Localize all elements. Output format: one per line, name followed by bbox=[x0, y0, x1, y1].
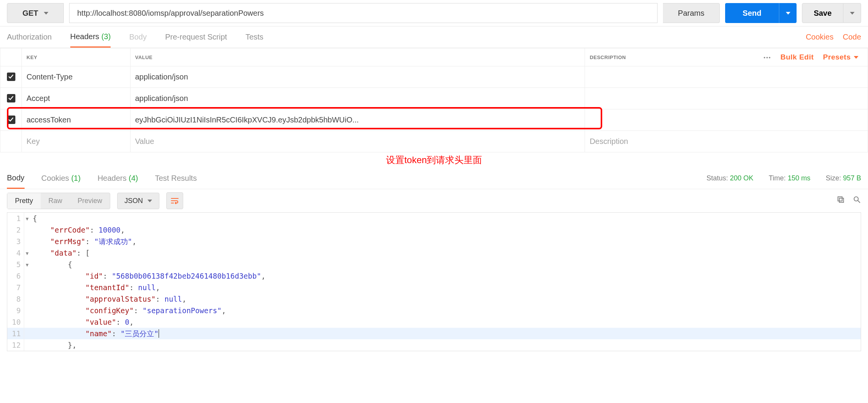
header-key-cell[interactable]: accessToken bbox=[22, 109, 131, 131]
code-link[interactable]: Code bbox=[843, 33, 861, 41]
checkbox[interactable] bbox=[7, 116, 15, 124]
caret-down-icon bbox=[850, 12, 855, 15]
caret-down-icon bbox=[44, 12, 48, 15]
header-desc-input[interactable]: Description bbox=[585, 131, 868, 152]
wrap-lines-button[interactable] bbox=[166, 192, 183, 209]
tab-resp-headers[interactable]: Headers (4) bbox=[98, 168, 138, 188]
view-mode-segment: Pretty Raw Preview bbox=[7, 193, 110, 209]
response-body-viewer[interactable]: 1▾{ 2 "errCode": 10000, 3 "errMsg": "请求成… bbox=[7, 212, 861, 351]
col-key: KEY bbox=[22, 48, 131, 66]
copy-icon[interactable] bbox=[837, 195, 845, 206]
view-pretty[interactable]: Pretty bbox=[7, 193, 41, 209]
tab-body[interactable]: Body bbox=[129, 27, 147, 47]
header-value-cell[interactable]: eyJhbGciOiJIUzI1NiIsInR5cCI6IkpXVCJ9.eyJ… bbox=[130, 109, 585, 131]
header-value-cell[interactable]: application/json bbox=[130, 88, 585, 109]
header-key-input[interactable]: Key bbox=[22, 131, 131, 152]
col-desc: DESCRIPTION ••• Bulk Edit Presets bbox=[585, 48, 868, 66]
svg-line-3 bbox=[858, 201, 860, 203]
response-meta: Status: 200 OK Time: 150 ms Size: 957 B bbox=[706, 174, 861, 182]
view-preview[interactable]: Preview bbox=[70, 193, 110, 209]
table-row: accessToken eyJhbGciOiJIUzI1NiIsInR5cCI6… bbox=[0, 109, 868, 131]
col-value: VALUE bbox=[130, 48, 585, 66]
header-desc-cell[interactable] bbox=[585, 88, 868, 109]
checkbox[interactable] bbox=[7, 94, 15, 102]
save-button[interactable]: Save bbox=[802, 3, 843, 23]
format-dropdown[interactable]: JSON bbox=[117, 193, 159, 209]
tab-authorization[interactable]: Authorization bbox=[7, 27, 52, 47]
header-desc-cell[interactable] bbox=[585, 109, 868, 131]
tab-prerequest[interactable]: Pre-request Script bbox=[165, 27, 227, 47]
presets-dropdown[interactable]: Presets bbox=[823, 53, 858, 61]
header-desc-cell[interactable] bbox=[585, 66, 868, 88]
tab-headers[interactable]: Headers (3) bbox=[70, 27, 111, 48]
table-row: Content-Type application/json bbox=[0, 66, 868, 88]
tab-tests[interactable]: Tests bbox=[245, 27, 263, 47]
view-raw[interactable]: Raw bbox=[41, 193, 70, 209]
tab-resp-body[interactable]: Body bbox=[7, 168, 25, 189]
header-value-cell[interactable]: application/json bbox=[130, 66, 585, 88]
svg-point-2 bbox=[854, 197, 858, 201]
header-key-cell[interactable]: Accept bbox=[22, 88, 131, 109]
caret-down-icon bbox=[854, 56, 858, 59]
annotation-text: 设置token到请求头里面 bbox=[0, 152, 868, 168]
header-value-input[interactable]: Value bbox=[130, 131, 585, 152]
url-input[interactable] bbox=[69, 3, 658, 23]
more-icon[interactable]: ••• bbox=[764, 55, 771, 60]
params-button[interactable]: Params bbox=[663, 3, 720, 23]
send-button[interactable]: Send bbox=[725, 3, 779, 23]
tab-resp-cookies[interactable]: Cookies (1) bbox=[41, 168, 81, 188]
table-row-new: Key Value Description bbox=[0, 131, 868, 152]
bulk-edit-link[interactable]: Bulk Edit bbox=[780, 53, 814, 61]
svg-rect-1 bbox=[838, 197, 842, 201]
headers-table: KEY VALUE DESCRIPTION ••• Bulk Edit Pres… bbox=[0, 48, 868, 152]
header-key-cell[interactable]: Content-Type bbox=[22, 66, 131, 88]
cookies-link[interactable]: Cookies bbox=[806, 33, 833, 41]
http-method-dropdown[interactable]: GET bbox=[7, 3, 64, 23]
search-icon[interactable] bbox=[853, 195, 861, 206]
save-dropdown[interactable] bbox=[843, 3, 861, 23]
table-row: Accept application/json bbox=[0, 88, 868, 109]
send-dropdown[interactable] bbox=[779, 3, 797, 23]
checkbox[interactable] bbox=[7, 73, 15, 81]
svg-rect-0 bbox=[839, 198, 843, 202]
tab-resp-test-results[interactable]: Test Results bbox=[155, 168, 197, 188]
caret-down-icon bbox=[147, 200, 152, 202]
wrap-icon bbox=[170, 196, 179, 205]
method-label: GET bbox=[22, 9, 38, 18]
caret-down-icon bbox=[786, 12, 790, 15]
